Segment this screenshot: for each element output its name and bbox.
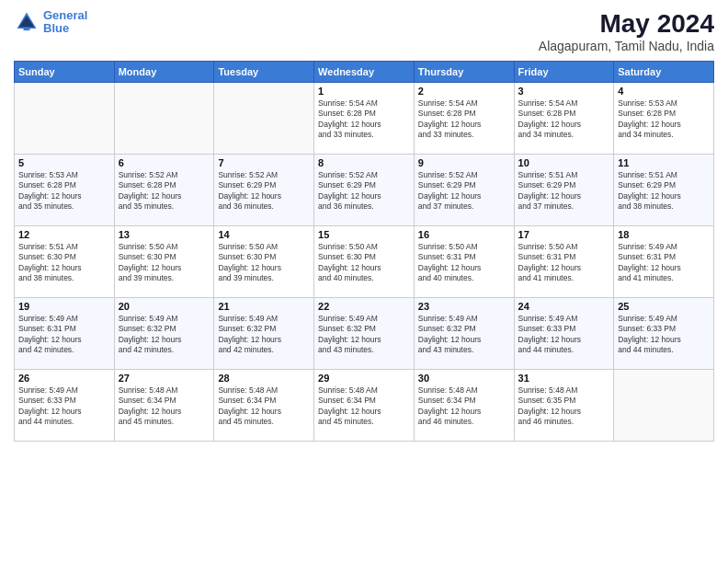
calendar-cell: 7Sunrise: 5:52 AM Sunset: 6:29 PM Daylig…: [214, 155, 314, 226]
day-info: Sunrise: 5:48 AM Sunset: 6:35 PM Dayligh…: [518, 385, 610, 428]
day-number: 6: [119, 157, 210, 168]
day-info: Sunrise: 5:50 AM Sunset: 6:30 PM Dayligh…: [119, 242, 210, 284]
calendar-cell: 27Sunrise: 5:48 AM Sunset: 6:34 PM Dayli…: [114, 370, 214, 442]
day-number: 4: [618, 86, 710, 97]
day-info: Sunrise: 5:49 AM Sunset: 6:32 PM Dayligh…: [119, 314, 210, 356]
day-info: Sunrise: 5:50 AM Sunset: 6:31 PM Dayligh…: [418, 242, 510, 284]
logo: General Blue: [14, 9, 87, 36]
calendar-cell: 15Sunrise: 5:50 AM Sunset: 6:30 PM Dayli…: [314, 226, 415, 298]
day-number: 29: [318, 373, 410, 384]
calendar-cell: 25Sunrise: 5:49 AM Sunset: 6:33 PM Dayli…: [614, 298, 714, 370]
day-info: Sunrise: 5:53 AM Sunset: 6:28 PM Dayligh…: [618, 98, 710, 141]
calendar-cell: 26Sunrise: 5:49 AM Sunset: 6:33 PM Dayli…: [15, 370, 115, 442]
day-info: Sunrise: 5:54 AM Sunset: 6:28 PM Dayligh…: [418, 98, 510, 141]
logo-general: General: [43, 8, 87, 22]
col-header-sunday: Sunday: [15, 62, 115, 83]
col-header-monday: Monday: [114, 62, 214, 83]
calendar-cell: 6Sunrise: 5:52 AM Sunset: 6:28 PM Daylig…: [114, 155, 214, 226]
day-number: 3: [518, 86, 610, 97]
day-number: 22: [318, 301, 410, 312]
day-number: 9: [418, 157, 510, 168]
calendar-cell: 8Sunrise: 5:52 AM Sunset: 6:29 PM Daylig…: [314, 155, 415, 226]
calendar-cell: 1Sunrise: 5:54 AM Sunset: 6:28 PM Daylig…: [314, 83, 415, 155]
subtitle: Alagapuram, Tamil Nadu, India: [539, 39, 714, 53]
calendar-cell: 13Sunrise: 5:50 AM Sunset: 6:30 PM Dayli…: [114, 226, 214, 298]
week-row-4: 26Sunrise: 5:49 AM Sunset: 6:33 PM Dayli…: [15, 370, 714, 442]
day-info: Sunrise: 5:50 AM Sunset: 6:31 PM Dayligh…: [518, 242, 610, 284]
day-number: 23: [418, 301, 510, 312]
col-header-tuesday: Tuesday: [214, 62, 314, 83]
day-info: Sunrise: 5:50 AM Sunset: 6:30 PM Dayligh…: [318, 242, 410, 284]
calendar-cell: 17Sunrise: 5:50 AM Sunset: 6:31 PM Dayli…: [514, 226, 614, 298]
day-info: Sunrise: 5:49 AM Sunset: 6:33 PM Dayligh…: [18, 385, 110, 428]
header-row: SundayMondayTuesdayWednesdayThursdayFrid…: [15, 62, 714, 83]
calendar-cell: 14Sunrise: 5:50 AM Sunset: 6:30 PM Dayli…: [214, 226, 314, 298]
day-number: 13: [119, 229, 210, 240]
day-info: Sunrise: 5:51 AM Sunset: 6:29 PM Dayligh…: [618, 170, 710, 213]
calendar-cell: 10Sunrise: 5:51 AM Sunset: 6:29 PM Dayli…: [514, 155, 614, 226]
calendar-cell: 24Sunrise: 5:49 AM Sunset: 6:33 PM Dayli…: [514, 298, 614, 370]
calendar-table: SundayMondayTuesdayWednesdayThursdayFrid…: [14, 61, 714, 442]
calendar-cell: 3Sunrise: 5:54 AM Sunset: 6:28 PM Daylig…: [514, 83, 614, 155]
calendar-cell: 12Sunrise: 5:51 AM Sunset: 6:30 PM Dayli…: [15, 226, 115, 298]
calendar-cell: 31Sunrise: 5:48 AM Sunset: 6:35 PM Dayli…: [514, 370, 614, 442]
day-number: 19: [18, 301, 110, 312]
day-info: Sunrise: 5:49 AM Sunset: 6:33 PM Dayligh…: [518, 314, 610, 356]
col-header-thursday: Thursday: [414, 62, 514, 83]
day-number: 12: [18, 229, 110, 240]
day-info: Sunrise: 5:49 AM Sunset: 6:33 PM Dayligh…: [618, 314, 710, 356]
day-number: 14: [218, 229, 310, 240]
calendar-cell: 18Sunrise: 5:49 AM Sunset: 6:31 PM Dayli…: [614, 226, 714, 298]
day-info: Sunrise: 5:52 AM Sunset: 6:29 PM Dayligh…: [218, 170, 310, 213]
day-number: 28: [218, 373, 310, 384]
calendar-cell: 29Sunrise: 5:48 AM Sunset: 6:34 PM Dayli…: [314, 370, 415, 442]
calendar-cell: 9Sunrise: 5:52 AM Sunset: 6:29 PM Daylig…: [414, 155, 514, 226]
day-info: Sunrise: 5:51 AM Sunset: 6:30 PM Dayligh…: [18, 242, 110, 284]
day-info: Sunrise: 5:49 AM Sunset: 6:31 PM Dayligh…: [618, 242, 710, 284]
calendar-cell: 30Sunrise: 5:48 AM Sunset: 6:34 PM Dayli…: [414, 370, 514, 442]
day-number: 30: [418, 373, 510, 384]
calendar-cell: 19Sunrise: 5:49 AM Sunset: 6:31 PM Dayli…: [15, 298, 115, 370]
day-number: 7: [218, 157, 310, 168]
day-info: Sunrise: 5:52 AM Sunset: 6:29 PM Dayligh…: [418, 170, 510, 213]
day-info: Sunrise: 5:50 AM Sunset: 6:30 PM Dayligh…: [218, 242, 310, 284]
calendar-cell: 4Sunrise: 5:53 AM Sunset: 6:28 PM Daylig…: [614, 83, 714, 155]
week-row-3: 19Sunrise: 5:49 AM Sunset: 6:31 PM Dayli…: [15, 298, 714, 370]
day-number: 8: [318, 157, 410, 168]
page: General Blue May 2024 Alagapuram, Tamil …: [0, 0, 728, 563]
day-number: 5: [18, 157, 110, 168]
calendar-cell: 16Sunrise: 5:50 AM Sunset: 6:31 PM Dayli…: [414, 226, 514, 298]
title-block: May 2024 Alagapuram, Tamil Nadu, India: [539, 9, 714, 53]
day-number: 15: [318, 229, 410, 240]
col-header-friday: Friday: [514, 62, 614, 83]
col-header-wednesday: Wednesday: [314, 62, 415, 83]
day-info: Sunrise: 5:52 AM Sunset: 6:29 PM Dayligh…: [318, 170, 410, 213]
day-info: Sunrise: 5:51 AM Sunset: 6:29 PM Dayligh…: [518, 170, 610, 213]
logo-blue: Blue: [43, 21, 69, 35]
week-row-2: 12Sunrise: 5:51 AM Sunset: 6:30 PM Dayli…: [15, 226, 714, 298]
day-number: 24: [518, 301, 610, 312]
logo-icon: [14, 9, 40, 35]
day-number: 21: [218, 301, 310, 312]
day-info: Sunrise: 5:49 AM Sunset: 6:32 PM Dayligh…: [418, 314, 510, 356]
day-number: 20: [119, 301, 210, 312]
day-info: Sunrise: 5:49 AM Sunset: 6:32 PM Dayligh…: [318, 314, 410, 356]
calendar-cell: [614, 370, 714, 442]
week-row-0: 1Sunrise: 5:54 AM Sunset: 6:28 PM Daylig…: [15, 83, 714, 155]
logo-text: General Blue: [43, 9, 87, 36]
calendar-cell: 20Sunrise: 5:49 AM Sunset: 6:32 PM Dayli…: [114, 298, 214, 370]
day-number: 25: [618, 301, 710, 312]
main-title: May 2024: [539, 9, 714, 39]
day-number: 1: [318, 86, 410, 97]
day-number: 11: [618, 157, 710, 168]
day-info: Sunrise: 5:49 AM Sunset: 6:31 PM Dayligh…: [18, 314, 110, 356]
day-number: 16: [418, 229, 510, 240]
calendar-cell: 23Sunrise: 5:49 AM Sunset: 6:32 PM Dayli…: [414, 298, 514, 370]
week-row-1: 5Sunrise: 5:53 AM Sunset: 6:28 PM Daylig…: [15, 155, 714, 226]
day-info: Sunrise: 5:54 AM Sunset: 6:28 PM Dayligh…: [318, 98, 410, 141]
calendar-cell: 11Sunrise: 5:51 AM Sunset: 6:29 PM Dayli…: [614, 155, 714, 226]
day-info: Sunrise: 5:48 AM Sunset: 6:34 PM Dayligh…: [119, 385, 210, 428]
calendar-cell: [15, 83, 115, 155]
day-number: 27: [119, 373, 210, 384]
calendar-cell: 22Sunrise: 5:49 AM Sunset: 6:32 PM Dayli…: [314, 298, 415, 370]
